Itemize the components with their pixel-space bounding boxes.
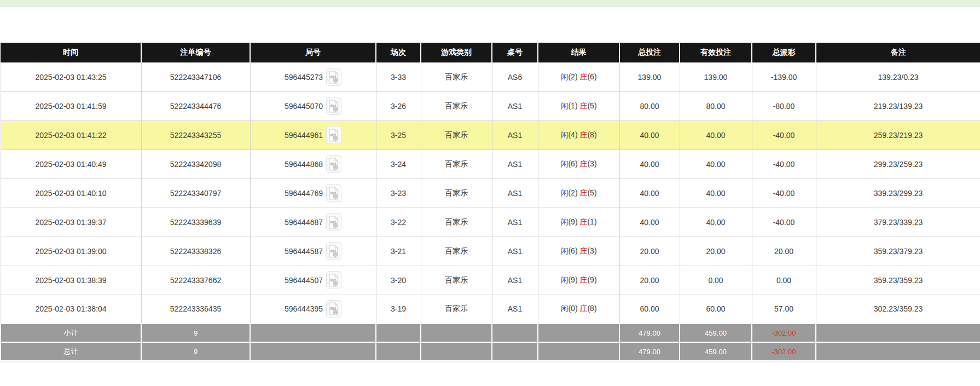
video-playback-icon (328, 71, 339, 84)
result-player-count: (9) (568, 275, 579, 284)
video-playback-button[interactable] (326, 126, 341, 144)
table-bottom-divider (0, 361, 980, 362)
cell-game-type: 百家乐 (421, 62, 492, 91)
cell-session: 3-26 (376, 91, 421, 120)
cell-remark: 359.23/379.23 (816, 237, 980, 266)
video-playback-button[interactable] (326, 213, 341, 231)
summary-remark (816, 324, 980, 342)
result-banker-count: (9) (587, 275, 596, 284)
summary-count: 9 (141, 342, 250, 361)
grand-total-row: 总计9479.00459.00-302.00 (1, 342, 980, 361)
bet-record-row[interactable]: 2025-02-03 01:41:22522243343255596444961… (1, 120, 980, 149)
round-wrap: 596444687 (285, 213, 341, 231)
result-player-label: 闲 (560, 101, 568, 110)
result-banker-count: (1) (587, 217, 596, 226)
round-number: 596445070 (285, 102, 323, 111)
cell-time: 2025-02-03 01:38:39 (1, 266, 141, 295)
bet-record-row[interactable]: 2025-02-03 01:40:10522243340797596444769… (1, 178, 980, 208)
summary-total-bet: 479.00 (619, 342, 680, 361)
cell-session: 3-19 (376, 295, 421, 324)
cell-round: 596444961 (250, 120, 376, 149)
cell-total-bet: 20.00 (619, 237, 680, 266)
result-player-label: 闲 (560, 72, 568, 81)
video-playback-button[interactable] (326, 97, 341, 115)
cell-table-no: AS1 (492, 237, 538, 266)
result-banker-label: 庄 (579, 130, 587, 139)
result-player-count: (4) (568, 130, 579, 139)
video-playback-icon (328, 158, 339, 171)
cell-game-type: 百家乐 (421, 266, 492, 295)
cell-remark: 379.23/339.23 (816, 208, 980, 237)
video-playback-button[interactable] (326, 184, 341, 202)
round-wrap: 596445273 (285, 68, 341, 86)
bet-record-row[interactable]: 2025-02-03 01:40:49522243342098596444868… (1, 149, 980, 178)
round-number: 596444395 (285, 304, 323, 313)
column-header-time: 时间 (1, 43, 141, 62)
cell-total-bet: 60.00 (619, 295, 680, 324)
column-header-session: 场次 (376, 43, 421, 62)
round-number: 596444587 (285, 247, 323, 256)
result-banker-label: 庄 (579, 101, 587, 110)
result-player-label: 闲 (560, 159, 568, 168)
cell-session: 3-25 (376, 120, 421, 149)
bet-record-row[interactable]: 2025-02-03 01:38:04522243336435596444395… (1, 295, 980, 324)
cell-payout: -40.00 (752, 208, 816, 237)
result-player-label: 闲 (560, 275, 568, 284)
cell-round: 596445273 (250, 62, 376, 91)
cell-session: 3-20 (376, 266, 421, 295)
summary-table-no (492, 324, 538, 342)
summary-total-bet: 479.00 (619, 324, 680, 342)
cell-result: 闲(9) 庄(1) (538, 208, 619, 237)
video-playback-icon (328, 100, 339, 113)
summary-remark (816, 342, 980, 361)
summary-valid-bet: 459.00 (680, 324, 752, 342)
cell-valid-bet: 60.00 (680, 295, 752, 324)
cell-total-bet: 80.00 (619, 91, 680, 120)
cell-payout: -80.00 (752, 91, 816, 120)
round-number: 596444961 (285, 131, 323, 140)
round-number: 596444687 (285, 218, 323, 227)
cell-total-bet: 40.00 (619, 178, 680, 208)
cell-result: 闲(0) 庄(8) (538, 295, 619, 324)
cell-session: 3-22 (376, 208, 421, 237)
top-announcement-bar (0, 0, 980, 7)
video-playback-button[interactable] (326, 300, 341, 318)
cell-valid-bet: 80.00 (680, 91, 752, 120)
column-header-result: 结果 (538, 43, 619, 62)
cell-payout: 57.00 (752, 295, 816, 324)
video-playback-button[interactable] (326, 155, 341, 173)
cell-result: 闲(6) 庄(3) (538, 149, 619, 178)
cell-total-bet: 40.00 (619, 149, 680, 178)
cell-result: 闲(2) 庄(6) (538, 62, 619, 91)
cell-round: 596444769 (250, 178, 376, 208)
bet-records-table: 时间 注单编号 局号 场次 游戏类别 桌号 结果 总投注 有效投注 总派彩 备注… (0, 43, 980, 361)
bet-record-row[interactable]: 2025-02-03 01:38:39522243337662596444507… (1, 266, 980, 295)
video-playback-button[interactable] (326, 242, 341, 260)
bet-record-row[interactable]: 2025-02-03 01:39:00522243338326596444587… (1, 237, 980, 266)
video-playback-button[interactable] (326, 68, 341, 86)
bet-record-row[interactable]: 2025-02-03 01:43:25522243347106596445273… (1, 62, 980, 91)
result-banker-count: (5) (587, 101, 596, 110)
bet-records-section: 时间 注单编号 局号 场次 游戏类别 桌号 结果 总投注 有效投注 总派彩 备注… (0, 43, 980, 362)
cell-round: 596445070 (250, 91, 376, 120)
result-player-count: (9) (568, 217, 579, 226)
summary-label: 总计 (1, 342, 141, 361)
cell-valid-bet: 139.00 (680, 62, 752, 91)
cell-remark: 299.23/259.23 (816, 149, 980, 178)
cell-remark: 219.23/139.23 (816, 91, 980, 120)
bet-record-row[interactable]: 2025-02-03 01:41:59522243344476596445070… (1, 91, 980, 120)
video-playback-button[interactable] (326, 271, 341, 289)
result-player-label: 闲 (560, 188, 568, 197)
subtotal-row: 小计9479.00459.00-302.00 (1, 324, 980, 342)
cell-valid-bet: 40.00 (680, 178, 752, 208)
cell-session: 3-23 (376, 178, 421, 208)
column-header-bet-id: 注单编号 (141, 43, 250, 62)
cell-remark: 139.23/0.23 (816, 62, 980, 91)
result-player-count: (6) (568, 159, 579, 168)
bet-record-row[interactable]: 2025-02-03 01:39:37522243339639596444687… (1, 208, 980, 237)
round-number: 596444769 (285, 189, 323, 198)
cell-valid-bet: 0.00 (680, 266, 752, 295)
cell-table-no: AS6 (492, 62, 538, 91)
round-wrap: 596444868 (285, 155, 341, 173)
cell-time: 2025-02-03 01:40:49 (1, 149, 141, 178)
